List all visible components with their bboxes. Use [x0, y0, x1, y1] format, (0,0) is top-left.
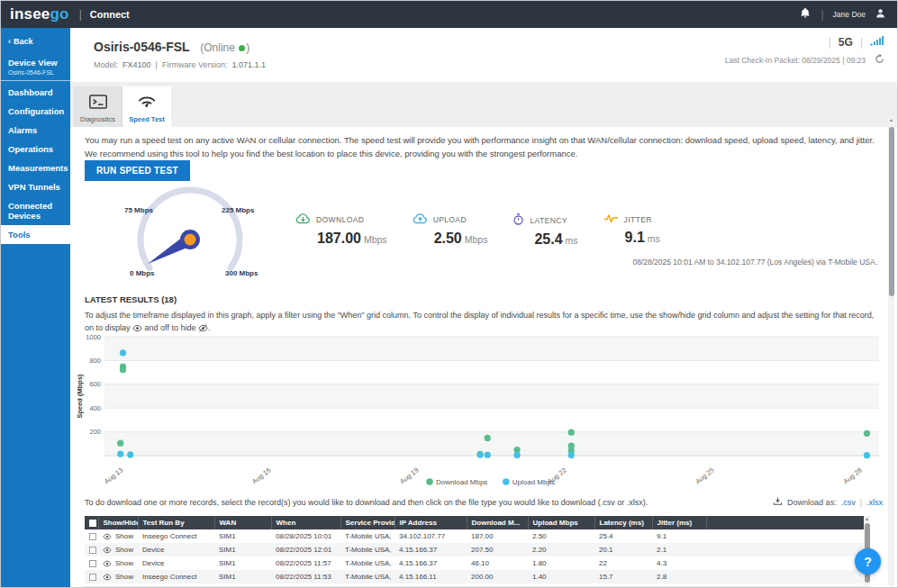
sidebar: ‹Back Device View Osiris-0546-FSL Dashbo…	[1, 28, 70, 588]
column-header[interactable]	[706, 516, 870, 529]
table-cell	[706, 529, 870, 543]
y-tick-label: 600	[89, 380, 101, 388]
column-header[interactable]: Latency (ms)	[594, 516, 652, 529]
table-cell: 22	[594, 556, 652, 570]
metric-latency: LATENCY 25.4ms	[512, 213, 577, 248]
table-cell[interactable]: Show	[98, 556, 138, 570]
row-checkbox[interactable]	[89, 560, 96, 567]
tab-speed-test[interactable]: Speed Test	[122, 86, 171, 127]
row-checkbox[interactable]	[89, 533, 96, 540]
metric-latency-label: LATENCY	[530, 216, 567, 225]
inseego-logo: inseego	[10, 5, 69, 23]
metric-download: DOWNLOAD 187.00Mbps	[295, 213, 387, 248]
gauge-label-75: 75 Mbps	[124, 206, 153, 214]
table-row: ShowDeviceSIM108/22/2025 11:57T-Mobile U…	[85, 556, 870, 570]
help-button[interactable]: ?	[855, 548, 881, 574]
sidebar-item-configuration[interactable]: Configuration	[1, 102, 70, 121]
user-name[interactable]: Jane Doe	[833, 10, 866, 19]
show-hide-toggle[interactable]: Show	[103, 546, 133, 554]
data-point	[864, 452, 870, 458]
tab-diagnostics-label: Diagnostics	[80, 115, 115, 123]
refresh-icon[interactable]	[875, 54, 884, 66]
table-cell[interactable]: Show	[98, 529, 138, 543]
online-status-dot	[239, 45, 245, 51]
table-cell: SIM1	[214, 570, 271, 583]
table-cell[interactable]	[85, 556, 98, 570]
show-hide-toggle[interactable]: Show	[103, 573, 133, 581]
table-cell	[706, 570, 870, 583]
row-checkbox[interactable]	[89, 547, 96, 554]
sidebar-item-operations[interactable]: Operations	[1, 140, 70, 158]
table-cell: 2.1	[652, 543, 706, 556]
table-cell[interactable]: Show	[98, 570, 138, 583]
column-header[interactable]: Upload Mbps	[528, 516, 594, 529]
table-cell: Inseego Connect	[138, 570, 214, 583]
speed-test-panel: You may run a speed test on any active W…	[70, 127, 898, 588]
table-cell: 34.102.107.77	[395, 529, 467, 543]
sidebar-item-device-view[interactable]: Device View	[1, 50, 70, 68]
sidebar-item-measurements[interactable]: Measurements	[1, 158, 70, 177]
tab-diagnostics[interactable]: Diagnostics	[74, 86, 122, 127]
table-cell: 1.80	[528, 556, 594, 570]
metric-upload-value: 2.50	[434, 231, 462, 246]
table-cell[interactable]: Show	[98, 543, 138, 556]
data-point	[568, 452, 575, 458]
table-cell: Device	[138, 556, 214, 570]
column-header[interactable]: WAN	[214, 516, 271, 529]
legend-label[interactable]: Download Mbps	[436, 478, 487, 486]
table-cell: 08/28/2025 10:01	[271, 529, 340, 543]
notification-bell-icon[interactable]	[799, 6, 812, 23]
sidebar-item-connected-devices[interactable]: Connected Devices	[1, 196, 70, 225]
test-result-summary: 08/28/2025 10:01 AM to 34.102.107.77 (Lo…	[632, 258, 877, 267]
column-header[interactable]: When	[271, 516, 340, 529]
tab-speed-test-label: Speed Test	[129, 115, 164, 123]
show-hide-toggle[interactable]: Show	[103, 532, 133, 540]
firmware-value: 1.071.1.1	[231, 60, 266, 69]
show-hide-toggle[interactable]: Show	[103, 559, 133, 567]
y-tick-label: 800	[89, 357, 101, 365]
table-cell[interactable]	[85, 529, 98, 543]
x-tick-label: Aug 13	[103, 466, 124, 485]
page-scrollbar[interactable]: ▲	[888, 116, 894, 586]
download-csv-link[interactable]: .csv	[841, 498, 856, 507]
column-header[interactable]: Service Provider	[340, 516, 395, 529]
download-as: Download as: .csv | .xlsx	[773, 496, 883, 508]
sidebar-item-tools[interactable]: Tools	[1, 225, 70, 244]
legend-swatch[interactable]	[426, 478, 433, 485]
stopwatch-icon	[512, 213, 524, 227]
column-header[interactable]: Show/Hide	[98, 516, 138, 529]
gauge-label-300: 300 Mbps	[225, 269, 258, 277]
select-all-checkbox[interactable]	[89, 520, 96, 527]
column-header[interactable]	[85, 516, 98, 529]
column-header[interactable]: Jitter (ms)	[652, 516, 706, 529]
table-cell: 08/22/2025 11:53	[271, 570, 340, 583]
column-header[interactable]: Test Run By	[138, 516, 214, 529]
run-speed-test-button[interactable]: RUN SPEED TEST	[85, 160, 190, 181]
column-header[interactable]: Download M...	[467, 516, 528, 529]
eye-icon	[103, 560, 112, 567]
metric-jitter: JITTER 9.1ms	[603, 213, 660, 248]
model-value: FX4100	[122, 60, 151, 69]
legend-label[interactable]: Upload Mbps	[512, 478, 555, 486]
user-avatar-icon[interactable]	[875, 6, 886, 23]
table-cell: 200.00	[467, 570, 528, 583]
cloud-download-icon	[295, 213, 311, 226]
gauge-label-225: 225 Mbps	[222, 206, 254, 214]
column-header[interactable]: IP Address	[395, 516, 467, 529]
row-checkbox[interactable]	[89, 574, 96, 581]
sidebar-back[interactable]: ‹Back	[1, 28, 70, 50]
sidebar-item-alarms[interactable]: Alarms	[1, 121, 70, 140]
device-header: Osiris-0546-FSL (Online ) Model: FX4100 …	[70, 28, 898, 82]
legend-swatch[interactable]	[503, 478, 510, 485]
eye-icon	[103, 547, 112, 554]
table-cell[interactable]	[85, 543, 98, 556]
sidebar-item-dashboard[interactable]: Dashboard	[1, 83, 70, 102]
data-point	[120, 366, 126, 373]
tab-band: Diagnostics Speed Test	[70, 82, 898, 127]
page-scrollbar-thumb[interactable]	[889, 127, 894, 296]
sidebar-item-vpn-tunnels[interactable]: VPN Tunnels	[1, 177, 70, 196]
table-cell[interactable]	[85, 570, 98, 583]
download-xlsx-link[interactable]: .xlsx	[866, 498, 883, 507]
latest-results-title: LATEST RESULTS (18)	[85, 294, 177, 304]
results-chart: 2004006008001000Speed (Mbps)Aug 13Aug 16…	[74, 330, 892, 494]
